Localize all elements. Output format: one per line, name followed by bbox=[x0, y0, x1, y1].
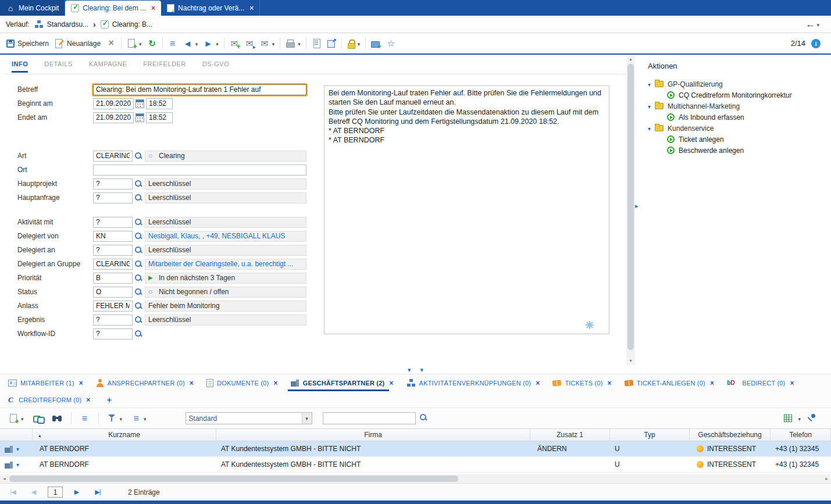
link-record-button[interactable] bbox=[30, 412, 46, 424]
close-icon[interactable] bbox=[151, 4, 155, 12]
calendar-icon[interactable] bbox=[135, 99, 144, 108]
art-code-input[interactable] bbox=[93, 151, 133, 162]
lookup-icon[interactable] bbox=[134, 302, 143, 310]
print-button[interactable] bbox=[283, 37, 304, 50]
export-button[interactable] bbox=[324, 37, 339, 51]
page-number-input[interactable]: 1 bbox=[48, 487, 63, 498]
export-table-icon[interactable] bbox=[784, 414, 792, 422]
tab-creditreform[interactable]: CREDITREFORM (0) bbox=[8, 391, 91, 408]
table-row[interactable]: AT BERNDORF AT Kundentestsystem GMBH - B… bbox=[0, 441, 831, 457]
row-menu-caret-icon[interactable] bbox=[16, 460, 19, 469]
chevron-down-icon[interactable] bbox=[798, 414, 801, 423]
breadcrumb-item-clearing[interactable]: Clearing: B... bbox=[101, 20, 152, 28]
first-page-button[interactable] bbox=[6, 487, 20, 498]
breadcrumb-item-standardsuche[interactable]: Standardsu... bbox=[34, 20, 88, 29]
action-group-gp-qualifizierung[interactable]: GP-Qualifizierung bbox=[648, 78, 831, 90]
lookup-icon[interactable] bbox=[134, 288, 143, 296]
close-icon[interactable] bbox=[710, 379, 714, 387]
tab-tickets[interactable]: TICKETS (0) bbox=[552, 374, 611, 391]
advanced-search-button[interactable] bbox=[49, 412, 65, 425]
close-icon[interactable] bbox=[608, 379, 612, 387]
chevron-down-icon[interactable] bbox=[816, 20, 819, 28]
last-page-button[interactable] bbox=[91, 487, 105, 498]
tab-bedirect[interactable]: BEDIRECT (0) bbox=[727, 374, 794, 391]
horizontal-scrollbar[interactable] bbox=[0, 474, 831, 483]
lookup-icon[interactable] bbox=[134, 180, 143, 188]
document-button[interactable] bbox=[309, 37, 324, 51]
chevron-down-icon[interactable] bbox=[648, 102, 651, 110]
close-icon[interactable] bbox=[249, 4, 254, 12]
calendar-icon[interactable] bbox=[135, 113, 144, 122]
close-icon[interactable] bbox=[79, 379, 83, 387]
tab-ansprechpartner[interactable]: ANSPRECHPARTNER (0) bbox=[96, 374, 194, 391]
delegiert-von-display[interactable]: Nesbigall, Klaus, , +49, NESBIGALL KLAUS bbox=[145, 231, 306, 242]
delegiert-an-code-input[interactable] bbox=[93, 245, 133, 256]
endet-am-time-input[interactable] bbox=[146, 112, 173, 123]
close-icon[interactable] bbox=[389, 379, 393, 387]
betreff-input[interactable] bbox=[93, 84, 306, 95]
next-record-button[interactable] bbox=[201, 37, 222, 51]
ergebnis-code-input[interactable] bbox=[93, 314, 133, 326]
search-icon[interactable] bbox=[419, 413, 430, 424]
hauptprojekt-code-input[interactable] bbox=[93, 178, 133, 190]
tab-freifelder[interactable]: FREIFELDER bbox=[143, 60, 186, 73]
aktivitaet-mit-code-input[interactable] bbox=[93, 217, 133, 228]
mail-forward-button[interactable] bbox=[242, 37, 257, 51]
header-firma[interactable]: Firma bbox=[216, 429, 530, 441]
notes-field[interactable]: Bei dem Monitoring-Lauf traten Fehler au… bbox=[324, 85, 609, 334]
table-row[interactable]: AT BERNDORF AT Kundentestsystem GMBH - B… bbox=[0, 457, 831, 473]
tab-dokumente[interactable]: DOKUMENTE (0) bbox=[206, 374, 278, 391]
panel-collapse-chevron-icon[interactable] bbox=[635, 202, 639, 210]
mail-send-button[interactable] bbox=[257, 37, 278, 51]
list-view-button[interactable] bbox=[165, 37, 180, 51]
scroll-up-icon[interactable] bbox=[626, 55, 635, 63]
status-code-input[interactable] bbox=[93, 287, 133, 298]
lookup-icon[interactable] bbox=[134, 232, 143, 241]
lookup-icon[interactable] bbox=[134, 194, 143, 202]
action-item-als-inbound-erfassen[interactable]: Als Inbound erfassen bbox=[648, 112, 831, 123]
next-page-button[interactable] bbox=[70, 487, 84, 498]
scrollbar-thumb[interactable] bbox=[627, 64, 634, 350]
mail-add-button[interactable] bbox=[227, 37, 242, 51]
delegiert-von-code-input[interactable] bbox=[93, 231, 133, 242]
delegiert-an-gruppe-display[interactable]: Mitarbeiter der Clearingstelle, u.a. ber… bbox=[145, 259, 306, 270]
tab-ds-gvo[interactable]: DS-GVO bbox=[202, 60, 229, 73]
row-menu-caret-icon[interactable] bbox=[16, 445, 19, 453]
tab-nachtrag[interactable]: Nachtrag oder Verä... bbox=[161, 0, 260, 16]
lookup-icon[interactable] bbox=[134, 274, 143, 283]
view-select[interactable]: Standard bbox=[186, 412, 312, 424]
hauptanfrage-code-input[interactable] bbox=[93, 192, 133, 203]
permissions-button[interactable] bbox=[344, 37, 363, 51]
tab-clearing[interactable]: Clearing: Bei dem ... bbox=[65, 1, 161, 16]
ort-input[interactable] bbox=[93, 165, 306, 176]
action-item-ticket-anlegen[interactable]: Ticket anlegen bbox=[648, 134, 831, 145]
tab-ticket-anliegen[interactable]: TICKET-ANLIEGEN (0) bbox=[625, 374, 714, 391]
list-view-button[interactable] bbox=[77, 412, 92, 426]
lookup-icon[interactable] bbox=[134, 316, 143, 324]
lookup-icon[interactable] bbox=[134, 246, 143, 255]
refresh-button[interactable] bbox=[145, 37, 160, 51]
tab-mitarbeiter[interactable]: MITARBEITER (1) bbox=[8, 374, 83, 391]
tab-details[interactable]: DETAILS bbox=[44, 60, 73, 73]
previous-page-button[interactable] bbox=[27, 487, 41, 498]
beginnt-am-time-input[interactable] bbox=[146, 98, 173, 109]
scroll-right-icon[interactable] bbox=[822, 474, 831, 483]
favorite-button[interactable] bbox=[383, 37, 398, 51]
collapse-down-icon[interactable] bbox=[420, 366, 424, 374]
close-icon[interactable] bbox=[536, 379, 540, 387]
add-record-button[interactable] bbox=[124, 37, 145, 51]
action-item-beschwerde-anlegen[interactable]: Beschwerde anlegen bbox=[648, 145, 831, 156]
vertical-scrollbar[interactable] bbox=[626, 55, 635, 365]
scroll-down-icon[interactable] bbox=[626, 356, 635, 365]
list-add-record-button[interactable] bbox=[6, 412, 27, 426]
tab-aktivitaetenverknuepfungen[interactable]: AKTIVITÄTENVERKNÜPFUNGEN (0) bbox=[406, 374, 540, 391]
lookup-icon[interactable] bbox=[134, 330, 143, 338]
tab-geschaeftspartner[interactable]: GESCHÄFTSPARTNER (2) bbox=[291, 374, 394, 391]
chevron-down-icon[interactable] bbox=[302, 413, 312, 424]
list-search-input[interactable] bbox=[323, 412, 416, 424]
close-icon[interactable] bbox=[273, 379, 277, 387]
tab-kampagne[interactable]: KAMPAGNE bbox=[89, 60, 127, 73]
action-group-kundenservice[interactable]: Kundenservice bbox=[648, 123, 831, 134]
history-back-icon[interactable] bbox=[805, 20, 815, 29]
header-typ[interactable]: Typ bbox=[610, 429, 690, 441]
